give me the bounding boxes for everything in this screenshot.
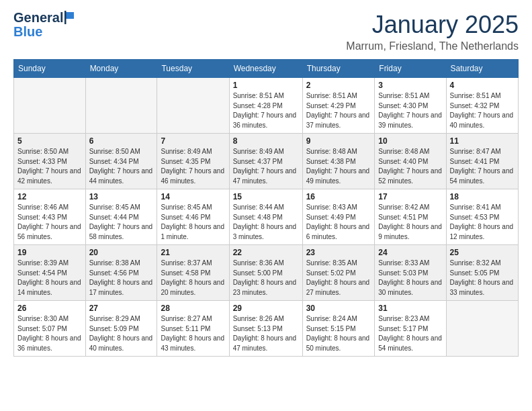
day-info: Sunrise: 8:36 AMSunset: 5:00 PMDaylight:… xyxy=(233,259,297,296)
day-number: 15 xyxy=(233,192,299,201)
day-number: 12 xyxy=(17,192,82,201)
table-cell: 19Sunrise: 8:39 AMSunset: 4:54 PMDayligh… xyxy=(14,245,86,301)
table-cell: 9Sunrise: 8:48 AMSunset: 4:38 PMDaylight… xyxy=(302,134,375,189)
day-info: Sunrise: 8:48 AMSunset: 4:38 PMDaylight:… xyxy=(306,148,370,185)
logo-general: General xyxy=(13,11,63,24)
page: General Blue January 2025 Marrum, Friesl… xyxy=(0,0,532,367)
day-number: 13 xyxy=(89,192,154,201)
calendar: Sunday Monday Tuesday Wednesday Thursday… xyxy=(13,59,519,357)
table-cell xyxy=(85,78,157,134)
logo-blue: Blue xyxy=(13,24,42,40)
table-cell: 27Sunrise: 8:29 AMSunset: 5:09 PMDayligh… xyxy=(85,301,157,357)
day-number: 17 xyxy=(378,192,442,201)
day-info: Sunrise: 8:42 AMSunset: 4:51 PMDaylight:… xyxy=(378,203,442,240)
table-cell: 16Sunrise: 8:43 AMSunset: 4:49 PMDayligh… xyxy=(302,189,375,245)
location-title: Marrum, Friesland, The Netherlands xyxy=(346,40,519,52)
day-number: 27 xyxy=(89,304,154,313)
table-cell: 4Sunrise: 8:51 AMSunset: 4:32 PMDaylight… xyxy=(446,78,518,134)
day-number: 31 xyxy=(378,304,442,313)
col-saturday: Saturday xyxy=(446,60,518,78)
day-number: 1 xyxy=(233,81,299,90)
day-number: 20 xyxy=(89,248,154,257)
month-title: January 2025 xyxy=(346,11,519,39)
table-cell: 2Sunrise: 8:51 AMSunset: 4:29 PMDaylight… xyxy=(302,78,375,134)
title-area: January 2025 Marrum, Friesland, The Neth… xyxy=(346,11,519,52)
table-cell: 22Sunrise: 8:36 AMSunset: 5:00 PMDayligh… xyxy=(229,245,302,301)
table-cell: 5Sunrise: 8:50 AMSunset: 4:33 PMDaylight… xyxy=(14,134,86,189)
logo: General Blue xyxy=(13,11,75,40)
day-info: Sunrise: 8:44 AMSunset: 4:48 PMDaylight:… xyxy=(233,203,297,240)
day-info: Sunrise: 8:24 AMSunset: 5:15 PMDaylight:… xyxy=(306,315,370,352)
day-info: Sunrise: 8:51 AMSunset: 4:30 PMDaylight:… xyxy=(378,92,442,129)
day-info: Sunrise: 8:51 AMSunset: 4:29 PMDaylight:… xyxy=(306,92,370,129)
day-number: 6 xyxy=(89,136,154,146)
day-number: 25 xyxy=(450,248,515,257)
day-number: 19 xyxy=(17,248,82,257)
day-info: Sunrise: 8:46 AMSunset: 4:43 PMDaylight:… xyxy=(17,203,81,240)
table-cell: 24Sunrise: 8:33 AMSunset: 5:03 PMDayligh… xyxy=(375,245,446,301)
day-info: Sunrise: 8:49 AMSunset: 4:35 PMDaylight:… xyxy=(161,148,224,185)
day-info: Sunrise: 8:45 AMSunset: 4:46 PMDaylight:… xyxy=(161,203,224,240)
svg-rect-1 xyxy=(64,11,66,24)
calendar-header-row: Sunday Monday Tuesday Wednesday Thursday… xyxy=(14,60,519,78)
day-number: 22 xyxy=(233,248,299,257)
day-number: 14 xyxy=(161,192,225,201)
day-info: Sunrise: 8:51 AMSunset: 4:32 PMDaylight:… xyxy=(450,92,514,129)
day-info: Sunrise: 8:23 AMSunset: 5:17 PMDaylight:… xyxy=(378,315,442,352)
day-info: Sunrise: 8:32 AMSunset: 5:05 PMDaylight:… xyxy=(450,259,514,296)
table-cell: 25Sunrise: 8:32 AMSunset: 5:05 PMDayligh… xyxy=(446,245,518,301)
table-cell: 31Sunrise: 8:23 AMSunset: 5:17 PMDayligh… xyxy=(375,301,446,357)
col-friday: Friday xyxy=(375,60,446,78)
day-info: Sunrise: 8:38 AMSunset: 4:56 PMDaylight:… xyxy=(89,259,153,296)
day-number: 28 xyxy=(161,304,225,313)
day-number: 11 xyxy=(450,136,515,146)
day-info: Sunrise: 8:33 AMSunset: 5:03 PMDaylight:… xyxy=(378,259,442,296)
day-number: 21 xyxy=(161,248,225,257)
table-cell: 14Sunrise: 8:45 AMSunset: 4:46 PMDayligh… xyxy=(157,189,229,245)
table-cell: 6Sunrise: 8:50 AMSunset: 4:34 PMDaylight… xyxy=(85,134,157,189)
day-number: 10 xyxy=(378,136,442,146)
day-info: Sunrise: 8:45 AMSunset: 4:44 PMDaylight:… xyxy=(89,203,153,240)
table-cell: 28Sunrise: 8:27 AMSunset: 5:11 PMDayligh… xyxy=(157,301,229,357)
table-cell: 20Sunrise: 8:38 AMSunset: 4:56 PMDayligh… xyxy=(85,245,157,301)
table-cell: 13Sunrise: 8:45 AMSunset: 4:44 PMDayligh… xyxy=(85,189,157,245)
day-number: 26 xyxy=(17,304,82,313)
table-cell: 15Sunrise: 8:44 AMSunset: 4:48 PMDayligh… xyxy=(229,189,302,245)
header: General Blue January 2025 Marrum, Friesl… xyxy=(13,11,519,52)
col-sunday: Sunday xyxy=(14,60,86,78)
day-number: 3 xyxy=(378,81,442,90)
day-info: Sunrise: 8:37 AMSunset: 4:58 PMDaylight:… xyxy=(161,259,224,296)
day-number: 8 xyxy=(233,136,299,146)
day-info: Sunrise: 8:50 AMSunset: 4:34 PMDaylight:… xyxy=(89,148,153,185)
day-info: Sunrise: 8:41 AMSunset: 4:53 PMDaylight:… xyxy=(450,203,514,240)
day-info: Sunrise: 8:50 AMSunset: 4:33 PMDaylight:… xyxy=(17,148,81,185)
logo-flag-icon xyxy=(64,11,75,24)
day-info: Sunrise: 8:29 AMSunset: 5:09 PMDaylight:… xyxy=(89,315,153,352)
col-tuesday: Tuesday xyxy=(157,60,229,78)
day-number: 23 xyxy=(306,248,371,257)
table-cell: 11Sunrise: 8:47 AMSunset: 4:41 PMDayligh… xyxy=(446,134,518,189)
table-cell: 1Sunrise: 8:51 AMSunset: 4:28 PMDaylight… xyxy=(229,78,302,134)
day-info: Sunrise: 8:43 AMSunset: 4:49 PMDaylight:… xyxy=(306,203,370,240)
table-cell: 29Sunrise: 8:26 AMSunset: 5:13 PMDayligh… xyxy=(229,301,302,357)
table-cell xyxy=(157,78,229,134)
table-cell: 17Sunrise: 8:42 AMSunset: 4:51 PMDayligh… xyxy=(375,189,446,245)
day-number: 24 xyxy=(378,248,442,257)
day-info: Sunrise: 8:30 AMSunset: 5:07 PMDaylight:… xyxy=(17,315,81,352)
day-number: 7 xyxy=(161,136,225,146)
day-info: Sunrise: 8:26 AMSunset: 5:13 PMDaylight:… xyxy=(233,315,297,352)
table-cell: 23Sunrise: 8:35 AMSunset: 5:02 PMDayligh… xyxy=(302,245,375,301)
table-cell: 18Sunrise: 8:41 AMSunset: 4:53 PMDayligh… xyxy=(446,189,518,245)
table-cell: 21Sunrise: 8:37 AMSunset: 4:58 PMDayligh… xyxy=(157,245,229,301)
table-cell: 30Sunrise: 8:24 AMSunset: 5:15 PMDayligh… xyxy=(302,301,375,357)
day-info: Sunrise: 8:51 AMSunset: 4:28 PMDaylight:… xyxy=(233,92,297,129)
day-number: 29 xyxy=(233,304,299,313)
day-number: 2 xyxy=(306,81,371,90)
table-cell xyxy=(446,301,518,357)
day-info: Sunrise: 8:47 AMSunset: 4:41 PMDaylight:… xyxy=(450,148,514,185)
table-cell: 8Sunrise: 8:49 AMSunset: 4:37 PMDaylight… xyxy=(229,134,302,189)
day-info: Sunrise: 8:48 AMSunset: 4:40 PMDaylight:… xyxy=(378,148,442,185)
day-number: 5 xyxy=(17,136,82,146)
day-info: Sunrise: 8:35 AMSunset: 5:02 PMDaylight:… xyxy=(306,259,370,296)
table-cell: 10Sunrise: 8:48 AMSunset: 4:40 PMDayligh… xyxy=(375,134,446,189)
